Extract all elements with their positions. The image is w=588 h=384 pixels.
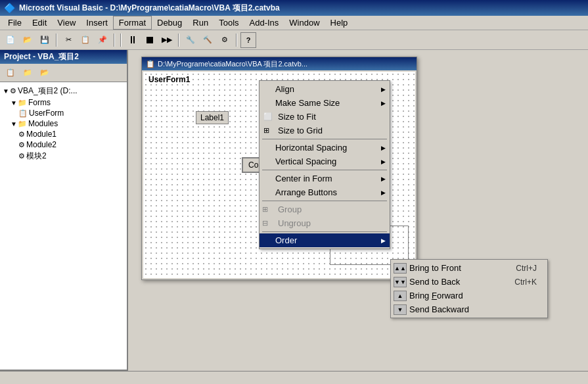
title-bar: 🔷 Microsoft Visual Basic - D:\MyPrograme… — [0, 0, 588, 16]
menu-item-horizontal-spacing[interactable]: Horizontal Spacing — [260, 141, 390, 155]
menu-label-size-to-fit: Size to Fit — [278, 112, 316, 122]
toolbar-sep3 — [120, 34, 122, 47]
toolbar-cut[interactable]: ✂ — [60, 32, 76, 48]
toolbar-break[interactable]: 🔨 — [200, 32, 215, 48]
submenu-label-bring-to-front: Bring to Front — [409, 263, 461, 273]
sep2 — [262, 170, 387, 170]
right-area: 📋 D:\MyPrograme\catiaMacro\VBA 项目2.catvb… — [128, 50, 588, 371]
form-window-title: D:\MyPrograme\catiaMacro\VBA 项目2.catvb..… — [158, 59, 307, 69]
main-layout: Project - VBA_项目2 📋 📁 📂 ▼ ⚙ VBA_项目2 (D:.… — [0, 50, 588, 371]
ungroup-icon: ⊟ — [262, 219, 268, 228]
status-bar — [0, 371, 588, 384]
tree-icon-module3: ⚙ — [18, 152, 25, 160]
expand-icon-modules: ▼ — [11, 120, 17, 128]
size-to-grid-icon: ⊞ — [263, 126, 269, 135]
menu-edit[interactable]: Edit — [27, 16, 52, 29]
toolbar-sep4 — [178, 34, 179, 47]
menu-item-size-to-fit[interactable]: ⬜ Size to Fit — [260, 110, 390, 124]
tree-icon-forms: 📁 — [18, 99, 27, 107]
toolbar: 📄 📂 💾 ✂ 📋 📌 ⏸ ⏹ ▶▶ 🔧 🔨 ⚙ ? — [0, 30, 588, 50]
toolbar-new[interactable]: 📄 — [3, 32, 18, 48]
submenu-label-send-to-back: Send to Back — [409, 277, 460, 287]
toolbar-pause[interactable]: ⏸ — [125, 32, 141, 48]
menu-bar: File Edit View Insert Format Debug Run T… — [0, 16, 588, 30]
toolbar-macro[interactable]: ▶▶ — [159, 32, 175, 48]
menu-label-order: Order — [275, 235, 297, 245]
toolbar-sep2 — [114, 34, 115, 47]
toolbar-settings[interactable]: ⚙ — [217, 32, 233, 48]
form-label1[interactable]: Label1 — [196, 111, 229, 124]
expand-icon-forms: ▼ — [11, 99, 17, 107]
tree-item-module3[interactable]: ⚙ 模块2 — [3, 150, 124, 162]
tree-item-module2[interactable]: ⚙ Module2 — [3, 139, 124, 150]
toolbar-run2[interactable]: 🔧 — [183, 32, 198, 48]
toolbar-copy[interactable]: 📋 — [78, 32, 93, 48]
menu-run[interactable]: Run — [187, 16, 214, 29]
tree-label-modules: Modules — [28, 119, 58, 128]
submenu-label-send-backward: Send Backward — [409, 304, 469, 314]
menu-insert[interactable]: Insert — [81, 16, 113, 29]
submenu-item-bring-forward[interactable]: ▲ Bring Forward — [391, 289, 547, 302]
submenu-label-bring-forward: Bring Forward — [409, 291, 463, 300]
menu-item-vertical-spacing[interactable]: Vertical Spacing — [260, 155, 390, 168]
menu-item-arrange-buttons[interactable]: Arrange Buttons — [260, 185, 390, 199]
tree-item-forms[interactable]: ▼ 📁 Forms — [3, 97, 124, 108]
tree-label-module1: Module1 — [26, 130, 57, 139]
menu-tools[interactable]: Tools — [214, 16, 244, 29]
group-icon: ⊞ — [262, 205, 268, 214]
format-dropdown: Align Make Same Size ⬜ Size to Fit ⊞ Siz… — [259, 80, 390, 249]
tree-item-modules[interactable]: ▼ 📁 Modules — [3, 118, 124, 129]
tree-label-userform: UserForm — [29, 108, 64, 118]
tree-item-module1[interactable]: ⚙ Module1 — [3, 129, 124, 139]
app-icon: 🔷 — [4, 3, 15, 13]
submenu-item-send-backward[interactable]: ▼ Send Backward — [391, 302, 547, 316]
bring-forward-icon: ▲ — [394, 291, 407, 301]
tree-label-module3: 模块2 — [26, 151, 47, 162]
tree-icon-userform: 📋 — [18, 109, 28, 118]
menu-debug[interactable]: Debug — [152, 16, 187, 29]
tree-icon-modules: 📁 — [18, 120, 27, 128]
tree-label-vba: VBA_项目2 (D:... — [18, 85, 78, 97]
menu-window[interactable]: Window — [284, 16, 325, 29]
panel-btn1[interactable]: 📋 — [3, 65, 18, 81]
menu-help[interactable]: Help — [325, 16, 353, 29]
menu-format[interactable]: Format — [113, 16, 152, 30]
project-panel: Project - VBA_项目2 📋 📁 📂 ▼ ⚙ VBA_项目2 (D:.… — [0, 50, 128, 371]
menu-label-center-in-form: Center in Form — [275, 174, 332, 183]
tree-icon-module1: ⚙ — [18, 130, 25, 139]
menu-item-size-to-grid[interactable]: ⊞ Size to Grid — [260, 124, 390, 137]
toolbar-sep5 — [236, 34, 237, 47]
menu-label-vertical-spacing: Vertical Spacing — [275, 156, 336, 166]
title-bar-text: Microsoft Visual Basic - D:\MyPrograme\c… — [19, 3, 280, 14]
toolbar-help[interactable]: ? — [240, 32, 256, 48]
panel-btn3[interactable]: 📂 — [37, 65, 53, 81]
toolbar-open[interactable]: 📂 — [20, 32, 35, 48]
bring-to-front-icon: ▲▲ — [394, 263, 407, 274]
send-backward-icon: ▼ — [394, 304, 407, 315]
menu-label-size-to-grid: Size to Grid — [278, 126, 323, 135]
form-window-icon: 📋 — [146, 60, 155, 68]
menu-view[interactable]: View — [52, 16, 81, 29]
tree-item-vba[interactable]: ▼ ⚙ VBA_项目2 (D:... — [3, 85, 124, 97]
menu-item-order[interactable]: Order — [260, 233, 390, 247]
sep4 — [262, 231, 387, 232]
toolbar-paste[interactable]: 📌 — [95, 32, 110, 48]
submenu-item-send-to-back[interactable]: ▼▼ Send to Back Ctrl+K — [391, 275, 547, 289]
menu-item-ungroup[interactable]: ⊟ Ungroup — [260, 216, 390, 230]
menu-addins[interactable]: Add-Ins — [244, 16, 284, 29]
expand-icon: ▼ — [3, 87, 9, 95]
menu-file[interactable]: File — [3, 16, 27, 29]
shortcut-bring-to-front: Ctrl+J — [516, 264, 537, 273]
project-tree: ▼ ⚙ VBA_项目2 (D:... ▼ 📁 Forms 📋 UserForm … — [0, 82, 127, 165]
toolbar-save[interactable]: 💾 — [37, 32, 53, 48]
menu-label-group: Group — [278, 204, 302, 214]
menu-item-group[interactable]: ⊞ Group — [260, 203, 390, 216]
submenu-item-bring-to-front[interactable]: ▲▲ Bring to Front Ctrl+J — [391, 261, 547, 275]
menu-item-make-same-size[interactable]: Make Same Size — [260, 96, 390, 110]
menu-item-align[interactable]: Align — [260, 82, 390, 96]
menu-item-center-in-form[interactable]: Center in Form — [260, 172, 390, 185]
panel-btn2[interactable]: 📁 — [20, 65, 35, 81]
toolbar-stop[interactable]: ⏹ — [142, 32, 158, 48]
tree-label-module2: Module2 — [26, 140, 57, 149]
tree-item-userform[interactable]: 📋 UserForm — [3, 108, 124, 118]
